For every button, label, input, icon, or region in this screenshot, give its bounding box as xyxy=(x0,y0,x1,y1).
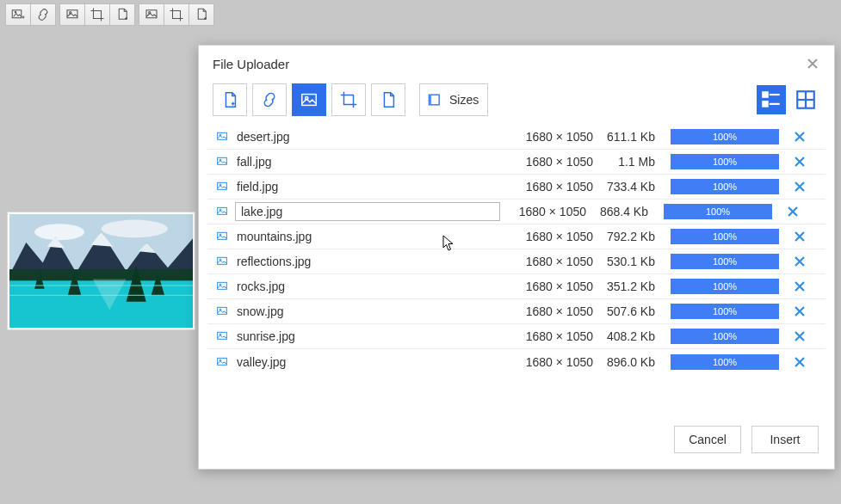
mode-image-button[interactable] xyxy=(292,83,326,116)
file-row[interactable]: valley.jpg1680 × 1050896.0 Kb100% xyxy=(207,349,826,374)
toolbar-crop-2-icon[interactable] xyxy=(164,3,189,26)
insert-button[interactable]: Insert xyxy=(751,426,819,453)
file-size: 792.2 Kb xyxy=(593,230,662,243)
file-dimensions: 1680 × 1050 xyxy=(507,180,593,194)
file-size: 507.6 Kb xyxy=(593,304,662,318)
remove-file-button[interactable] xyxy=(791,306,808,317)
toolbar-picture-2-icon[interactable] xyxy=(139,3,164,26)
file-row[interactable]: reflections.jpg1680 × 1050530.1 Kb100% xyxy=(207,249,826,274)
file-row[interactable]: snow.jpg1680 × 1050507.6 Kb100% xyxy=(207,299,826,324)
dialog-close-button[interactable] xyxy=(805,56,820,71)
toolbar-link-icon[interactable] xyxy=(30,3,56,26)
file-size: 530.1 Kb xyxy=(593,255,662,268)
remove-file-button[interactable] xyxy=(791,357,808,367)
remove-file-button[interactable] xyxy=(791,281,808,292)
svg-rect-22 xyxy=(430,95,439,105)
file-dimensions: 1680 × 1050 xyxy=(507,304,593,318)
remove-file-button[interactable] xyxy=(791,231,808,242)
file-name[interactable]: valley.jpg xyxy=(232,355,507,369)
file-row[interactable]: fall.jpg1680 × 10501.1 Mb100% xyxy=(207,150,826,175)
mode-blank-button[interactable] xyxy=(371,83,405,116)
file-dimensions: 1680 × 1050 xyxy=(507,130,593,144)
svg-point-9 xyxy=(102,220,168,238)
file-size: 351.2 Kb xyxy=(593,280,662,293)
file-dimensions: 1680 × 1050 xyxy=(507,255,593,268)
file-name[interactable]: rocks.jpg xyxy=(232,280,507,293)
file-name[interactable]: sunrise.jpg xyxy=(232,329,507,343)
file-size: 408.2 Kb xyxy=(593,329,662,343)
file-row[interactable]: lake.jpg1680 × 1050868.4 Kb100% xyxy=(207,200,826,224)
file-row[interactable]: desert.jpg1680 × 1050611.1 Kb100% xyxy=(207,125,826,150)
sizes-button[interactable]: Sizes xyxy=(419,83,488,116)
file-name[interactable]: desert.jpg xyxy=(232,130,507,144)
mode-link-button[interactable] xyxy=(252,83,287,116)
preview-thumbnail[interactable] xyxy=(8,212,195,329)
file-row[interactable]: sunrise.jpg1680 × 1050408.2 Kb100% xyxy=(207,324,826,349)
file-dimensions: 1680 × 1050 xyxy=(507,230,593,243)
file-size: 733.4 Kb xyxy=(593,180,662,194)
file-row[interactable]: mountains.jpg1680 × 1050792.2 Kb100% xyxy=(207,224,826,249)
image-file-icon xyxy=(213,355,232,369)
file-size: 868.4 Kb xyxy=(586,205,655,218)
view-list-button[interactable] xyxy=(757,85,786,114)
svg-rect-46 xyxy=(218,332,227,339)
svg-rect-38 xyxy=(218,232,227,239)
remove-file-button[interactable] xyxy=(791,132,808,142)
svg-rect-34 xyxy=(218,182,227,189)
remove-file-button[interactable] xyxy=(791,157,808,167)
svg-point-1 xyxy=(15,11,16,13)
svg-rect-20 xyxy=(302,95,317,106)
file-name[interactable]: snow.jpg xyxy=(232,304,507,318)
sizes-label: Sizes xyxy=(449,93,479,107)
svg-rect-14 xyxy=(9,269,193,280)
svg-rect-2 xyxy=(67,10,77,18)
svg-rect-30 xyxy=(218,132,227,139)
toolbar-blank-page-add-2-icon[interactable] xyxy=(189,3,214,26)
file-row[interactable]: rocks.jpg1680 × 1050351.2 Kb100% xyxy=(207,274,826,299)
file-name[interactable]: mountains.jpg xyxy=(232,230,507,243)
svg-rect-4 xyxy=(146,10,157,18)
toolbar-crop-icon[interactable] xyxy=(84,3,110,26)
remove-file-button[interactable] xyxy=(791,181,808,192)
toolbar-blank-page-add-icon[interactable] xyxy=(109,3,135,26)
svg-point-8 xyxy=(34,224,84,240)
file-name-input[interactable]: lake.jpg xyxy=(235,202,500,221)
mode-crop-button[interactable] xyxy=(331,83,366,116)
image-file-icon xyxy=(213,304,232,318)
file-dimensions: 1680 × 1050 xyxy=(507,280,593,293)
file-size: 611.1 Kb xyxy=(593,130,662,144)
cancel-button[interactable]: Cancel xyxy=(674,426,741,453)
file-size: 1.1 Mb xyxy=(593,155,662,169)
upload-progress: 100% xyxy=(671,304,779,319)
upload-progress: 100% xyxy=(671,179,779,194)
svg-rect-40 xyxy=(218,257,227,264)
toolbar-image-add-icon[interactable] xyxy=(5,3,31,26)
image-file-icon xyxy=(213,205,232,218)
upload-progress: 100% xyxy=(671,354,779,370)
upload-progress: 100% xyxy=(671,129,779,144)
svg-rect-36 xyxy=(218,207,227,214)
image-file-icon xyxy=(213,255,232,268)
view-grid-button[interactable] xyxy=(791,85,820,114)
file-dimensions: 1680 × 1050 xyxy=(500,205,586,218)
remove-file-button[interactable] xyxy=(791,256,808,267)
file-row[interactable]: field.jpg1680 × 1050733.4 Kb100% xyxy=(207,175,826,200)
remove-file-button[interactable] xyxy=(791,331,808,341)
file-dimensions: 1680 × 1050 xyxy=(507,155,593,169)
image-file-icon xyxy=(213,155,232,169)
file-size: 896.0 Kb xyxy=(593,355,662,369)
mode-file-button[interactable] xyxy=(213,83,247,116)
image-file-icon xyxy=(213,180,232,194)
file-name[interactable]: reflections.jpg xyxy=(232,255,507,268)
file-name[interactable]: field.jpg xyxy=(232,180,507,194)
remove-file-button[interactable] xyxy=(784,206,801,217)
app-toolbar xyxy=(0,0,841,29)
svg-rect-42 xyxy=(218,282,227,289)
svg-rect-48 xyxy=(218,358,227,365)
file-uploader-dialog: File Uploader Sizes xyxy=(198,45,835,470)
file-list: desert.jpg1680 × 1050611.1 Kb100%fall.jp… xyxy=(199,125,834,374)
toolbar-picture-icon[interactable] xyxy=(59,3,85,26)
file-name[interactable]: fall.jpg xyxy=(232,155,507,169)
file-dimensions: 1680 × 1050 xyxy=(507,329,593,343)
image-file-icon xyxy=(213,230,232,243)
